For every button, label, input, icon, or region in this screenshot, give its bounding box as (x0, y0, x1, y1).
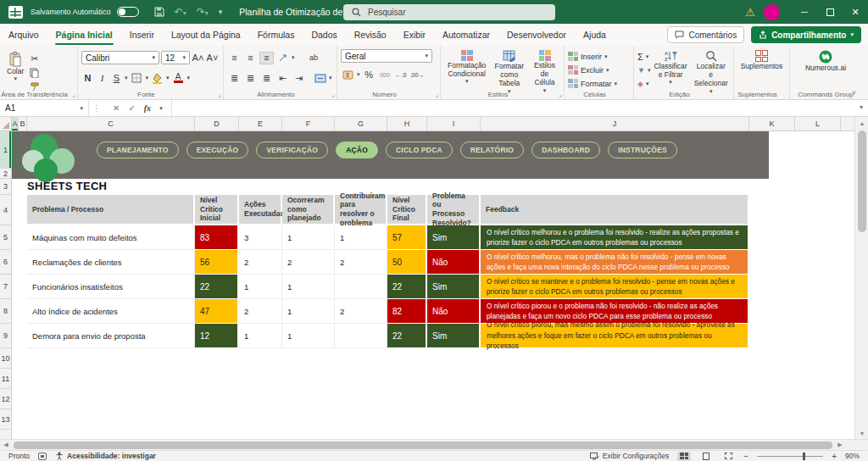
row-header-9[interactable]: 9 (0, 324, 11, 348)
fill-color-icon[interactable] (150, 72, 164, 85)
conditional-formatting-button[interactable]: Formatação Condicional▾ (444, 49, 489, 86)
increase-decimal-icon[interactable]: ←.0 (394, 69, 409, 81)
ribbon-tab-formulas[interactable]: Fórmulas (249, 24, 303, 46)
percent-icon[interactable]: % (362, 69, 376, 81)
increase-font-icon[interactable]: A˄ (192, 53, 204, 63)
zoom-level[interactable]: 90% (845, 452, 860, 460)
find-select-button[interactable]: Localizar e Selecionar▾ (691, 49, 732, 96)
align-middle-icon[interactable]: ≡ (243, 52, 258, 64)
row-header-1[interactable]: 1 (0, 131, 11, 169)
insert-function-icon[interactable]: fx (144, 103, 151, 113)
clipboard-dialog-launcher[interactable]: ⌟ (72, 91, 75, 98)
align-right-icon[interactable]: ≣ (259, 72, 274, 85)
ribbon-tab-revisao[interactable]: Revisão (346, 24, 395, 46)
cell-nivel-critico-inicial[interactable]: 12 (195, 324, 239, 348)
italic-button[interactable]: I (96, 73, 108, 83)
cell-ocorreram-como-planejado[interactable]: 1 (282, 324, 335, 348)
cell-problema[interactable]: Alto índice de acidentes (27, 299, 195, 324)
row-header-13[interactable]: 13 (0, 409, 11, 430)
horizontal-scroll-thumb[interactable] (14, 442, 832, 449)
select-all-corner[interactable] (0, 117, 12, 131)
cell-problema-resolvido[interactable]: Sim (427, 324, 481, 348)
column-header-b[interactable]: B (19, 117, 27, 131)
increase-indent-icon[interactable]: ⇥ (292, 72, 306, 85)
cell-styles-button[interactable]: Estilos de Célula▾ (529, 49, 560, 95)
cell-acoes-executadas[interactable]: 1 (239, 275, 282, 299)
cell-nivel-critico-inicial[interactable]: 56 (195, 250, 239, 275)
scroll-up-icon[interactable]: ▲ (855, 117, 868, 129)
macro-record-icon[interactable] (38, 453, 47, 460)
minimize-button[interactable]: ─ (792, 0, 817, 24)
cell-nivel-critico-final[interactable]: 57 (387, 225, 427, 250)
underline-button[interactable]: S (110, 73, 123, 83)
cell-acoes-executadas[interactable]: 3 (239, 225, 282, 250)
bold-button[interactable]: N (81, 73, 94, 83)
cell-feedback[interactable]: O nível crítico melhorou e o problema fo… (481, 225, 749, 250)
underline-dropdown-icon[interactable]: ▾ (125, 75, 128, 81)
merge-center-icon[interactable] (313, 72, 327, 85)
close-button[interactable]: ✕ (843, 0, 868, 24)
ribbon-tab-pagina-inicial[interactable]: Página Inicial (47, 24, 121, 46)
cell-feedback[interactable]: O nível crítico se manteve e o problema … (481, 275, 749, 299)
cell-problema[interactable]: Reclamações de clientes (27, 250, 195, 275)
expand-formula-bar-icon[interactable]: ▾ (860, 103, 863, 111)
column-header-h[interactable]: H (387, 117, 427, 131)
horizontal-scrollbar[interactable]: ◀ ▶ (0, 439, 868, 450)
insert-cells-button[interactable]: Inserir▾ (568, 50, 617, 63)
cell-nivel-critico-final[interactable]: 50 (387, 250, 427, 275)
styles-dialog-launcher[interactable]: ⌟ (559, 91, 562, 98)
decrease-indent-icon[interactable]: ⇤ (275, 72, 290, 85)
copy-icon[interactable] (27, 66, 42, 79)
selected-cell-a1[interactable] (12, 131, 19, 169)
nav-button-dashboard[interactable]: DASHBOARD (531, 142, 600, 158)
account-avatar[interactable] (764, 4, 780, 20)
cut-icon[interactable]: ✂ (27, 53, 42, 65)
cancel-entry-icon[interactable]: ✕ (113, 103, 120, 113)
scroll-down-icon[interactable]: ▼ (855, 427, 868, 439)
row-header-2[interactable]: 2 (0, 169, 11, 179)
cell-feedback[interactable]: O nível crítico melhorou, mas o problema… (481, 250, 749, 275)
cell-nivel-critico-inicial[interactable]: 22 (195, 275, 239, 299)
wrap-text-icon[interactable]: ab (307, 52, 321, 64)
clear-button[interactable]: ◈▾ (637, 77, 650, 90)
row-header-6[interactable]: 6 (0, 250, 11, 275)
row-header-7[interactable]: 7 (0, 275, 11, 299)
cell-nivel-critico-final[interactable]: 22 (387, 324, 427, 348)
warning-icon[interactable]: ⚠ (745, 6, 755, 19)
nav-button-instrucoes[interactable]: INSTRUÇÕES (608, 142, 677, 158)
column-header-d[interactable]: D (195, 117, 239, 131)
number-dialog-launcher[interactable]: ⌟ (435, 91, 438, 98)
cell-problema-resolvido[interactable]: Sim (427, 225, 481, 250)
cell-contribuiram-para-resolver[interactable]: 1 (335, 225, 387, 250)
cell-ocorreram-como-planejado[interactable]: 1 (282, 275, 335, 299)
share-button[interactable]: Compartilhamento ▾ (751, 26, 861, 43)
column-header-j[interactable]: J (481, 117, 749, 131)
excel-app-icon[interactable] (8, 6, 23, 19)
numerous-ai-button[interactable]: Numerous.ai (802, 49, 849, 73)
number-format-select[interactable]: Geral▾ (341, 49, 432, 63)
align-left-icon[interactable]: ≣ (227, 72, 242, 85)
ribbon-tab-arquivo[interactable]: Arquivo (0, 24, 47, 46)
cell-ocorreram-como-planejado[interactable]: 1 (282, 299, 335, 324)
cell-contribuiram-para-resolver[interactable] (335, 275, 387, 299)
normal-view-button[interactable] (677, 452, 691, 461)
vertical-scroll-thumb[interactable] (858, 131, 866, 232)
cell-contribuiram-para-resolver[interactable] (335, 324, 387, 348)
name-box[interactable]: A1▾ (0, 100, 89, 116)
column-header-e[interactable]: E (239, 117, 282, 131)
format-cells-button[interactable]: Formatar▾ (568, 77, 617, 90)
ribbon-tab-layout-da-pagina[interactable]: Layout da Página (163, 24, 249, 46)
quick-access-menu-icon[interactable]: ▾ (219, 8, 223, 16)
cell-acoes-executadas[interactable]: 1 (239, 324, 282, 348)
borders-icon[interactable] (130, 72, 144, 85)
redo-icon[interactable]: ↷▾ (197, 7, 209, 17)
page-layout-view-button[interactable] (699, 452, 713, 461)
restore-button[interactable] (817, 0, 843, 24)
nav-button-verificacao[interactable]: VERIFICAÇÃO (256, 142, 328, 158)
row-header-3[interactable]: 3 (0, 179, 11, 195)
zoom-out-button[interactable]: − (743, 452, 748, 461)
sort-filter-button[interactable]: AZ Classificar e Filtrar▾ (650, 49, 690, 87)
collapse-ribbon-icon[interactable]: ˅ (852, 89, 856, 97)
zoom-in-button[interactable]: + (832, 452, 837, 461)
ribbon-tab-automatizar[interactable]: Automatizar (434, 24, 498, 46)
